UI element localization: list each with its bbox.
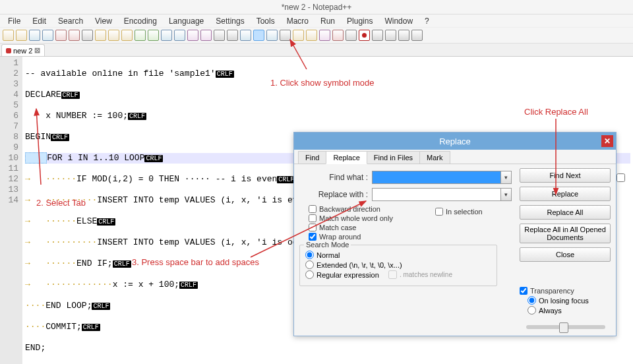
stop-macro-icon[interactable] xyxy=(372,30,383,41)
word-wrap-icon[interactable] xyxy=(240,30,251,41)
replace-all-open-button[interactable]: Replace All in All Opened Documents xyxy=(520,224,611,243)
close-all-icon[interactable] xyxy=(69,30,80,41)
menu-language[interactable]: Language xyxy=(164,15,209,27)
always-radio[interactable]: Always xyxy=(528,306,611,315)
file-tabstrip: new 2 ⊠ xyxy=(0,44,633,57)
dialog-close-button[interactable]: ✕ xyxy=(601,135,613,147)
menu-help[interactable]: ? xyxy=(419,15,435,27)
unsaved-dot-icon xyxy=(6,48,11,53)
find-next-button[interactable]: Find Next xyxy=(520,168,611,183)
user-lang-icon[interactable] xyxy=(280,30,291,41)
find-what-label: Find what : xyxy=(299,173,368,182)
record-macro-icon[interactable] xyxy=(359,30,370,41)
cut-icon[interactable] xyxy=(95,30,106,41)
sync-h-icon[interactable] xyxy=(227,30,238,41)
print-icon[interactable] xyxy=(82,30,93,41)
find-dropdown-icon[interactable]: ▾ xyxy=(501,171,512,184)
menu-view[interactable]: View xyxy=(90,15,117,27)
menu-settings[interactable]: Settings xyxy=(210,15,249,27)
replace-with-label: Replace with : xyxy=(299,190,368,199)
window-titlebar: *new 2 - Notepad++ xyxy=(0,0,633,15)
menubar: File Edit Search View Encoding Language … xyxy=(0,15,633,28)
run-macro-multi-icon[interactable] xyxy=(398,30,409,41)
folder-icon[interactable] xyxy=(332,30,344,41)
new-file-icon[interactable] xyxy=(3,30,14,41)
menu-encoding[interactable]: Encoding xyxy=(119,15,162,27)
redo-icon[interactable] xyxy=(148,30,159,41)
play-macro-icon[interactable] xyxy=(385,30,396,41)
indent-guide-icon[interactable] xyxy=(266,30,278,41)
menu-macro[interactable]: Macro xyxy=(282,15,314,27)
on-losing-focus-radio[interactable]: On losing focus xyxy=(528,296,611,305)
mode-normal-radio[interactable]: Normal xyxy=(305,251,491,259)
menu-edit[interactable]: Edit xyxy=(27,15,51,27)
transparency-checkbox[interactable]: Transparency xyxy=(520,287,611,295)
line-gutter: 12 34 56 78 910 1112 1314 xyxy=(0,57,22,364)
show-symbol-icon[interactable] xyxy=(253,30,264,41)
find-icon[interactable] xyxy=(161,30,172,41)
replace-with-input[interactable] xyxy=(372,188,501,201)
replace-dialog: Replace ✕ Find Replace Find in Files Mar… xyxy=(293,132,617,336)
menu-file[interactable]: File xyxy=(3,15,26,27)
file-tab[interactable]: new 2 ⊠ xyxy=(1,44,45,56)
crlf-symbol: CRLF xyxy=(216,71,234,78)
selected-tab-char xyxy=(25,152,47,164)
save-all-icon[interactable] xyxy=(42,30,53,41)
zoom-in-icon[interactable] xyxy=(187,30,198,41)
search-mode-label: Search Mode xyxy=(304,241,351,249)
replace-all-button[interactable]: Replace All xyxy=(520,205,611,220)
save-macro-icon[interactable] xyxy=(411,30,423,41)
in-selection-checkbox[interactable]: In selection xyxy=(435,208,483,216)
doc-list-icon[interactable] xyxy=(306,30,317,41)
replace-tabstrip: Find Replace Find in Files Mark xyxy=(294,150,616,164)
find-next-toggle-checkbox[interactable] xyxy=(617,173,625,182)
monitor-icon[interactable] xyxy=(346,30,357,41)
doc-map-icon[interactable] xyxy=(293,30,304,41)
tab-mark[interactable]: Mark xyxy=(419,151,450,164)
replace-icon[interactable] xyxy=(174,30,185,41)
tab-find[interactable]: Find xyxy=(298,151,326,164)
replace-button[interactable]: Replace xyxy=(520,187,611,201)
undo-icon[interactable] xyxy=(135,30,146,41)
tab-find-in-files[interactable]: Find in Files xyxy=(367,151,420,164)
open-file-icon[interactable] xyxy=(16,30,27,41)
file-tab-close-icon[interactable]: ⊠ xyxy=(34,46,40,55)
sync-v-icon[interactable] xyxy=(214,30,225,41)
menu-run[interactable]: Run xyxy=(315,15,340,27)
zoom-out-icon[interactable] xyxy=(200,30,212,41)
replace-dropdown-icon[interactable]: ▾ xyxy=(501,188,512,201)
find-what-input[interactable] xyxy=(372,171,501,184)
paste-icon[interactable] xyxy=(121,30,133,41)
close-button[interactable]: Close xyxy=(520,247,611,262)
file-tab-label: new 2 xyxy=(13,47,32,55)
func-list-icon[interactable] xyxy=(319,30,330,41)
mode-regex-radio[interactable]: Regular expression . matches newline xyxy=(305,270,491,279)
menu-plugins[interactable]: Plugins xyxy=(342,15,378,27)
save-icon[interactable] xyxy=(29,30,40,41)
replace-titlebar[interactable]: Replace ✕ xyxy=(294,133,616,150)
replace-title-label: Replace xyxy=(439,136,471,146)
menu-tools[interactable]: Tools xyxy=(251,15,280,27)
copy-icon[interactable] xyxy=(108,30,119,41)
toolbar xyxy=(0,28,633,44)
mode-extended-radio[interactable]: Extended (\n, \r, \t, \0, \x...) xyxy=(305,260,491,269)
menu-search[interactable]: Search xyxy=(53,15,88,27)
close-icon[interactable] xyxy=(55,30,67,41)
window-title: *new 2 - Notepad++ xyxy=(282,3,352,12)
menu-window[interactable]: Window xyxy=(379,15,418,27)
tab-replace[interactable]: Replace xyxy=(326,151,367,164)
transparency-slider[interactable] xyxy=(526,325,605,329)
